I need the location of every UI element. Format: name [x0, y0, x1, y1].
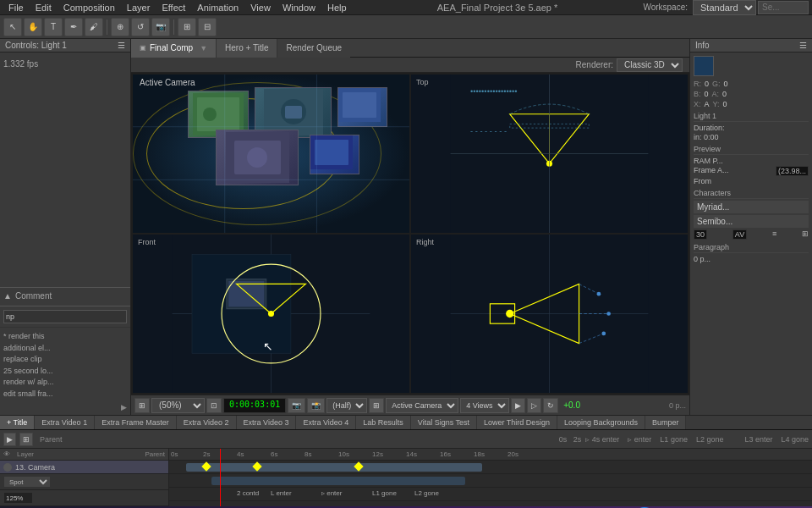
menu-animation[interactable]: Animation [192, 0, 244, 15]
track-2 [169, 474, 812, 488]
timecode-display: 0:00:03:01 [223, 398, 286, 413]
snapshot-btn[interactable]: 📸 [307, 398, 325, 413]
center-panel: ▣ Final Comp ▼ Hero + Title Render Queue… [131, 39, 689, 415]
grid-toggle[interactable]: ⊞ [369, 398, 384, 413]
right-panel-header: Info ☰ [690, 39, 812, 52]
tab-extra-video-1[interactable]: Extra Video 1 [35, 415, 95, 430]
tab-lab-results[interactable]: Lab Results [356, 415, 411, 430]
layer-name-input[interactable] [3, 310, 127, 323]
rgb-row: R: 0 G: 0 [694, 80, 809, 88]
preview-btn[interactable]: ▷ [527, 398, 541, 413]
ram-row: RAM P... [694, 157, 809, 165]
tab-extra-video-4[interactable]: Extra Video 4 [296, 415, 356, 430]
eye-icon[interactable] [3, 463, 12, 472]
tab-extra-video-3[interactable]: Extra Video 3 [237, 415, 297, 430]
ba-row: B: 0 A: 0 [694, 90, 809, 98]
right-panel: Info ☰ R: 0 G: 0 B: 0 A: 0 X: A Y: 0 [689, 39, 812, 415]
text-tool[interactable]: T [44, 18, 63, 36]
dur-val: in: 0:00 [694, 133, 719, 141]
rotate-tool[interactable]: ↺ [131, 18, 150, 36]
controls-label: Controls: Light 1 [5, 41, 67, 50]
tab-looping-bg[interactable]: Looping Backgrounds [557, 415, 645, 430]
b-label: B: [694, 90, 701, 98]
ruler-2s: 2s [203, 450, 210, 458]
viewport-toolbar: ⊞ (50%)(25%)(100%) ⊡ 0:00:03:01 📷 📸 (Hal… [131, 395, 689, 415]
para-title: Paragraph [694, 243, 809, 253]
note-line-3: replace clip [3, 354, 127, 366]
brush-tool[interactable]: 🖌 [85, 18, 103, 36]
timeline-area: ▶ ⊞ Parent 0s 2s ▹ 4s enter ▹ enter L1 g… [0, 430, 812, 506]
menu-layer[interactable]: Layer [122, 0, 156, 15]
tl-frame-btn[interactable]: ⊞ [19, 433, 33, 446]
tab-bumper[interactable]: Bumper [645, 415, 687, 430]
sep2 [173, 19, 174, 35]
camera-tool[interactable]: 📷 [151, 18, 170, 36]
zoom-select[interactable]: (50%)(25%)(100%) [151, 398, 205, 413]
active-camera-label: Active Camera [140, 78, 195, 87]
playhead[interactable] [220, 449, 221, 506]
renderer-select[interactable]: Classic 3D [617, 58, 683, 72]
hero-title-label: Hero + Title [225, 39, 268, 58]
renderer-label: Renderer: [576, 60, 613, 69]
panel-menu-icon[interactable]: ☰ [118, 41, 125, 50]
tab-hero-title[interactable]: Hero + Title [217, 39, 277, 58]
select-tool[interactable]: ↖ [3, 18, 22, 36]
x-label: X: [694, 100, 701, 108]
menu-file[interactable]: File [3, 0, 29, 15]
sep1 [107, 19, 107, 35]
view-mode-select[interactable]: Active Camera [386, 398, 458, 413]
comp-dropdown-arrow[interactable]: ▼ [200, 39, 207, 58]
right-info: 0 p... [669, 401, 686, 410]
right-viewport[interactable]: Right [411, 235, 688, 393]
ruler-18s: 18s [474, 450, 485, 458]
menu-effect[interactable]: Effect [156, 0, 190, 15]
workspace-select[interactable]: Standard [693, 0, 756, 15]
ram-label: RAM P... [694, 157, 723, 165]
light-type-select[interactable]: SpotPointAmbient [3, 476, 51, 488]
menu-edit[interactable]: Edit [30, 0, 57, 15]
toggle-view-btn[interactable]: ⊞ [134, 398, 150, 413]
search-input[interactable] [758, 1, 809, 14]
front-viewport[interactable]: Front [133, 235, 409, 393]
snap-btn[interactable]: ⊞ [178, 18, 196, 36]
comment-toggle[interactable]: ▲ Comment [3, 291, 127, 301]
menu-composition[interactable]: Composition [58, 0, 120, 15]
menu-view[interactable]: View [245, 0, 276, 15]
main-viewport[interactable] [133, 75, 409, 233]
render-btn[interactable]: ▶ [511, 398, 525, 413]
align-label: ⊞ [802, 229, 809, 240]
tab-final-comp[interactable]: ▣ Final Comp ▼ [131, 39, 217, 58]
ruler-4s: 4s [237, 450, 244, 458]
right-panel-menu[interactable]: ☰ [799, 41, 807, 50]
menu-help[interactable]: Help [322, 0, 352, 15]
camera-btn[interactable]: 📷 [288, 398, 305, 413]
av-label: AV [732, 229, 747, 240]
note-line-1: * render this [3, 331, 127, 343]
top-viewport[interactable]: Top ••••••••••••••••• [411, 75, 688, 233]
tl-play-btn[interactable]: ▶ [3, 433, 16, 446]
pen-tool[interactable]: ✒ [64, 18, 83, 36]
col-name: Layer [17, 450, 34, 458]
main-area: Controls: Light 1 ☰ 1.332 fps ▲ Comment … [0, 39, 812, 415]
layer-camera[interactable]: 13. Camera [0, 461, 168, 474]
views-select[interactable]: 4 Views1 View [460, 398, 509, 413]
tab-extra-video-2[interactable]: Extra Video 2 [177, 415, 237, 430]
col-eye: 👁 [3, 450, 10, 458]
tab-extra-frame-master[interactable]: Extra Frame Master [95, 415, 177, 430]
quality-select[interactable]: (Half)(Full) [326, 398, 367, 413]
left-panel-header: Controls: Light 1 ☰ [0, 39, 130, 52]
grid-btn[interactable]: ⊟ [198, 18, 217, 36]
timeline-tracks[interactable]: 0s 2s 4s 6s 8s 10s 12s 14s 16s 18s 20s [169, 449, 812, 506]
intensity-input[interactable] [3, 492, 33, 504]
tab-vital-signs[interactable]: Vital Signs Test [411, 415, 477, 430]
tab-lower-third[interactable]: Lower Third Design [477, 415, 557, 430]
loop-btn[interactable]: ↻ [543, 398, 558, 413]
tab-plus-title[interactable]: + Title [0, 415, 35, 430]
menu-window[interactable]: Window [277, 0, 321, 15]
zoom-tool[interactable]: ⊕ [111, 18, 129, 36]
fit-btn[interactable]: ⊡ [206, 398, 222, 413]
hand-tool[interactable]: ✋ [24, 18, 42, 36]
preview-title: Preview [694, 145, 809, 155]
top-view-label: Top [416, 78, 429, 86]
tab-render-queue[interactable]: Render Queue [277, 39, 350, 58]
